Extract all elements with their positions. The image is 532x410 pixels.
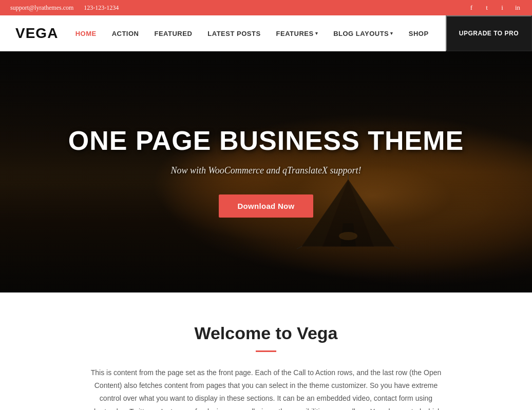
- facebook-icon[interactable]: f: [467, 4, 476, 12]
- twitter-icon[interactable]: t: [483, 4, 491, 12]
- nav-features[interactable]: FEATURES ▾: [269, 15, 326, 51]
- linkedin-icon[interactable]: in: [514, 4, 522, 12]
- social-icons: f t i in: [467, 4, 522, 12]
- top-bar-contact: support@lyrathemes.com 123-123-1234: [10, 4, 119, 12]
- site-logo[interactable]: VEGA: [15, 25, 58, 42]
- blog-layouts-dropdown-arrow: ▾: [390, 31, 393, 36]
- welcome-section: Welcome to Vega This is content from the…: [0, 292, 532, 410]
- hero-content: ONE PAGE BUSINESS THEME Now with WooComm…: [58, 126, 474, 217]
- nav-action[interactable]: ACTION: [104, 15, 147, 51]
- nav-shop[interactable]: SHOP: [401, 15, 436, 51]
- top-bar: support@lyrathemes.com 123-123-1234 f t …: [0, 0, 532, 15]
- email-text: support@lyrathemes.com: [10, 4, 73, 12]
- upgrade-to-pro-button[interactable]: UPGRADE TO PRO: [446, 15, 532, 51]
- nav-home[interactable]: HOME: [68, 15, 104, 51]
- hero-section: ONE PAGE BUSINESS THEME Now with WooComm…: [0, 51, 532, 292]
- nav-featured[interactable]: FEATURED: [146, 15, 200, 51]
- welcome-body: This is content from the page set as the…: [86, 366, 446, 410]
- welcome-divider: [256, 350, 276, 352]
- header: VEGA HOME ACTION FEATURED LATEST POSTS F…: [0, 15, 532, 51]
- download-now-button[interactable]: Download Now: [219, 194, 313, 218]
- welcome-title: Welcome to Vega: [10, 323, 522, 343]
- hero-title: ONE PAGE BUSINESS THEME: [68, 126, 464, 155]
- features-dropdown-arrow: ▾: [315, 31, 318, 36]
- instagram-icon[interactable]: i: [498, 4, 506, 12]
- main-nav: HOME ACTION FEATURED LATEST POSTS FEATUR…: [68, 15, 436, 51]
- phone-text: 123-123-1234: [84, 4, 119, 12]
- hero-subtitle: Now with WooCommerce and qTranslateX sup…: [68, 165, 464, 176]
- nav-blog-layouts[interactable]: BLOG LAYOUTS ▾: [326, 15, 401, 51]
- nav-latest-posts[interactable]: LATEST POSTS: [200, 15, 268, 51]
